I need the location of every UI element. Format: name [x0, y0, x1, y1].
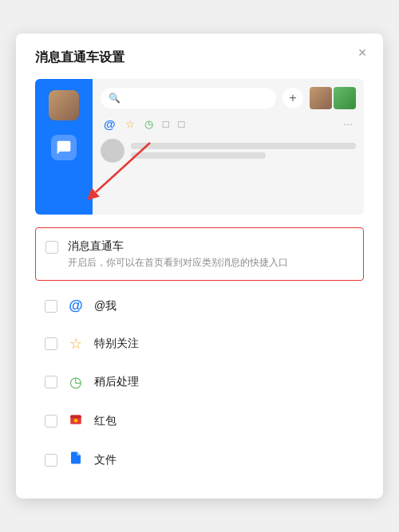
tab-clock-icon: ◷ — [144, 118, 153, 130]
settings-list: 消息直通车 开启后，你可以在首页看到对应类别消息的快捷入口 @ @我 ☆ 特别关… — [35, 227, 364, 480]
main-item-label: 消息直通车 — [68, 239, 288, 254]
msg-line-top — [131, 143, 356, 149]
search-icon: 🔍 — [109, 93, 120, 104]
preview-avatar — [49, 90, 79, 120]
msg-line-bottom — [131, 152, 266, 159]
at-me-checkbox[interactable] — [45, 300, 57, 313]
file-checkbox[interactable] — [45, 454, 57, 467]
red-packet-item[interactable]: 红包 — [35, 401, 364, 440]
file-item[interactable]: 文件 — [35, 440, 364, 479]
svg-point-4 — [74, 419, 78, 423]
clock-icon: ◷ — [67, 373, 85, 391]
later-checkbox[interactable] — [45, 376, 57, 388]
preview-tabs: @ ☆ ◷ □ □ ··· — [101, 117, 356, 131]
at-me-label: @我 — [94, 299, 117, 313]
later-item[interactable]: ◷ 稍后处理 — [35, 363, 364, 401]
star-icon: ☆ — [67, 335, 85, 353]
red-packet-icon — [67, 412, 85, 430]
tab-doc-icon: □ — [179, 118, 185, 130]
svg-rect-3 — [70, 416, 81, 419]
red-packet-label: 红包 — [94, 414, 117, 428]
main-item-checkbox[interactable] — [45, 241, 58, 254]
special-attention-checkbox[interactable] — [45, 337, 57, 350]
later-label: 稍后处理 — [94, 375, 139, 389]
settings-dialog: × 消息直通车设置 🔍 — [16, 33, 383, 499]
dialog-title: 消息直通车设置 — [35, 49, 364, 66]
tab-star-icon: ☆ — [125, 118, 135, 130]
file-label: 文件 — [94, 453, 117, 467]
preview-add-button: + — [282, 88, 303, 108]
user-avatars — [310, 87, 356, 109]
file-icon — [67, 451, 85, 469]
special-attention-item[interactable]: ☆ 特别关注 — [35, 325, 364, 363]
preview-area: 🔍 + @ ☆ ◷ □ □ ··· — [35, 79, 364, 215]
main-item-desc: 开启后，你可以在首页看到对应类别消息的快捷入口 — [68, 256, 288, 270]
red-packet-checkbox[interactable] — [45, 415, 57, 428]
tab-box-icon: □ — [163, 118, 169, 130]
user-avatar-1 — [310, 87, 332, 109]
preview-content: 🔍 + @ ☆ ◷ □ □ ··· — [93, 79, 364, 215]
preview-msg-item-1 — [101, 139, 356, 163]
at-icon: @ — [67, 298, 85, 314]
at-me-item[interactable]: @ @我 — [35, 287, 364, 325]
msg-lines-1 — [131, 143, 356, 159]
preview-search: 🔍 — [101, 88, 276, 108]
avatar-img — [49, 90, 79, 120]
msg-avatar-1 — [101, 139, 124, 163]
special-attention-label: 特别关注 — [94, 337, 139, 351]
tab-at-icon: @ — [104, 117, 116, 131]
main-settings-item[interactable]: 消息直通车 开启后，你可以在首页看到对应类别消息的快捷入口 — [35, 227, 364, 282]
chat-icon — [51, 135, 77, 160]
close-button[interactable]: × — [354, 45, 370, 61]
preview-top-bar: 🔍 + — [101, 87, 356, 109]
main-item-text: 消息直通车 开启后，你可以在首页看到对应类别消息的快捷入口 — [68, 239, 288, 270]
preview-message-list — [101, 139, 356, 163]
preview-sidebar — [35, 79, 93, 215]
user-avatar-2 — [334, 87, 356, 109]
tab-more-icon: ··· — [343, 117, 353, 130]
